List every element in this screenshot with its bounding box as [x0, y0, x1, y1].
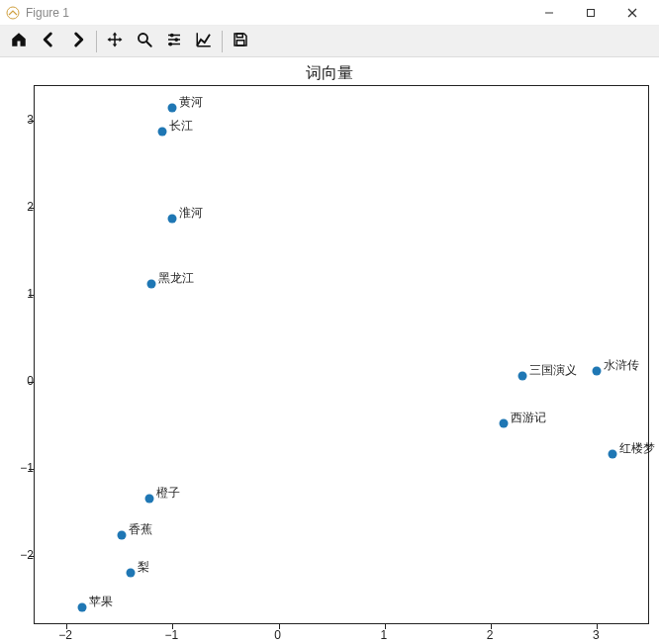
chart-title: 词向量: [0, 63, 659, 84]
back-button[interactable]: [34, 28, 63, 55]
axes[interactable]: 黄河长江淮河黑龙江三国演义水浒传西游记红楼梦橙子香蕉梨苹果: [34, 85, 649, 624]
move-icon: [106, 31, 124, 52]
axes-icon: [195, 31, 213, 52]
y-tick-label: 0: [27, 374, 34, 388]
svg-rect-2: [588, 9, 595, 16]
axes-button[interactable]: [189, 28, 219, 55]
scatter-point: [593, 367, 602, 376]
point-label: 梨: [138, 559, 149, 576]
svg-line-6: [146, 42, 151, 46]
point-label: 黄河: [179, 94, 203, 111]
save-button[interactable]: [226, 28, 255, 55]
x-tick-label: 2: [487, 628, 494, 642]
point-label: 西游记: [511, 410, 546, 426]
app-icon: [6, 6, 20, 20]
scatter-point: [609, 449, 617, 458]
scatter-point: [117, 531, 126, 540]
window-close-button[interactable]: [612, 0, 653, 26]
zoom-icon: [136, 31, 153, 52]
toolbar-separator: [222, 31, 223, 52]
zoom-button[interactable]: [130, 28, 159, 55]
svg-point-12: [168, 42, 172, 46]
point-label: 红楼梦: [619, 440, 655, 457]
home-icon: [10, 31, 28, 52]
window-minimize-button[interactable]: [528, 0, 570, 26]
x-tick-label: 3: [593, 628, 600, 642]
scatter-point: [144, 494, 153, 503]
x-tick-label: 1: [381, 628, 388, 642]
toolbar-separator: [96, 31, 97, 52]
move-button[interactable]: [100, 28, 130, 55]
window-titlebar: Figure 1: [0, 0, 659, 26]
scatter-point: [157, 127, 166, 136]
point-label: 三国演义: [529, 362, 577, 379]
svg-point-0: [7, 7, 19, 19]
point-label: 长江: [169, 118, 193, 135]
x-tick-label: −1: [165, 628, 179, 642]
back-icon: [40, 31, 57, 52]
point-label: 黑龙江: [158, 270, 194, 287]
point-label: 香蕉: [129, 521, 152, 538]
point-label: 水浒传: [604, 357, 639, 374]
scatter-point: [168, 103, 177, 112]
svg-rect-15: [236, 34, 242, 38]
scatter-point: [78, 603, 87, 612]
forward-button[interactable]: [63, 28, 93, 55]
window-title: Figure 1: [26, 6, 69, 20]
scatter-point: [518, 371, 527, 380]
y-tick-label: 1: [27, 287, 34, 301]
svg-point-8: [170, 33, 174, 37]
home-button[interactable]: [4, 28, 34, 55]
window-maximize-button[interactable]: [570, 0, 612, 26]
config-button[interactable]: [159, 28, 189, 55]
y-tick-label: −1: [20, 461, 34, 475]
plot-area: 词向量 黄河长江淮河黑龙江三国演义水浒传西游记红楼梦橙子香蕉梨苹果 −2−101…: [0, 57, 659, 644]
scatter-point: [146, 280, 155, 289]
config-icon: [165, 31, 183, 52]
scatter-point: [500, 419, 509, 428]
scatter-point: [126, 569, 135, 578]
y-tick-label: 3: [27, 113, 34, 127]
svg-point-10: [174, 38, 178, 42]
scatter-point: [168, 214, 177, 223]
y-tick-label: 2: [27, 200, 34, 214]
y-tick-label: −2: [20, 548, 34, 562]
save-icon: [232, 31, 249, 52]
point-label: 橙子: [156, 485, 180, 502]
x-tick-label: −2: [58, 628, 72, 642]
matplotlib-toolbar: [0, 26, 659, 57]
point-label: 苹果: [89, 594, 113, 610]
forward-icon: [69, 31, 87, 52]
point-label: 淮河: [179, 205, 203, 222]
svg-rect-16: [236, 40, 244, 45]
x-tick-label: 0: [274, 628, 281, 642]
